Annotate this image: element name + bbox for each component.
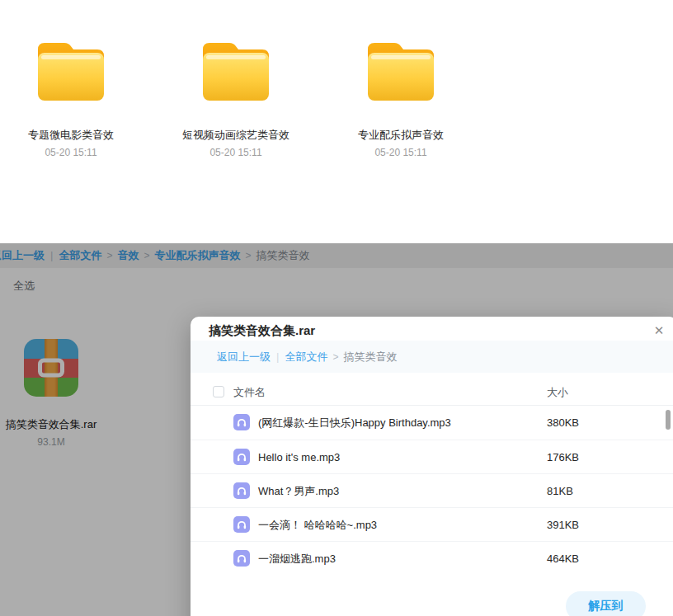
breadcrumb-pipe-separator: | — [276, 350, 279, 363]
audio-file-icon — [233, 516, 250, 533]
modal-breadcrumb: 返回上一级|全部文件>搞笑类音效 — [191, 341, 673, 373]
folder-icon — [196, 33, 275, 104]
file-row[interactable]: 一溜烟逃跑.mp3 464KB — [191, 541, 673, 575]
file-row[interactable]: Hello it's me.mp3 176KB — [191, 440, 673, 473]
modal-title: 搞笑类音效合集.rar — [209, 323, 315, 339]
folder-date: 05-20 15:11 — [334, 147, 468, 158]
folder-item[interactable]: 专业配乐拟声音效 05-20 15:11 — [334, 33, 468, 158]
file-size: 380KB — [547, 406, 579, 440]
modal-breadcrumb-current: 搞笑类音效 — [343, 350, 397, 363]
folder-date: 05-20 15:11 — [4, 147, 138, 158]
archive-preview-modal: 搞笑类音效合集.rar ✕ 返回上一级|全部文件>搞笑类音效 文件名 大小 (网… — [191, 317, 673, 616]
select-all-checkbox[interactable] — [213, 386, 224, 397]
column-header-filename: 文件名 — [233, 379, 266, 406]
file-table-header: 文件名 大小 — [191, 379, 673, 406]
modal-breadcrumb-link-all-files[interactable]: 全部文件 — [285, 350, 327, 363]
folder-name: 专业配乐拟声音效 — [334, 129, 468, 141]
file-name: Hello it's me.mp3 — [258, 440, 340, 474]
file-name: (网红爆款-生日快乐)Happy Birthday.mp3 — [258, 406, 451, 440]
modal-breadcrumb-back-link[interactable]: 返回上一级 — [217, 350, 271, 363]
folder-item[interactable]: 专题微电影类音效 05-20 15:11 — [4, 33, 138, 158]
file-name: 一溜烟逃跑.mp3 — [258, 542, 336, 576]
folder-icon — [361, 33, 440, 104]
audio-file-icon — [233, 482, 250, 499]
file-size: 391KB — [547, 508, 579, 542]
file-size: 176KB — [547, 440, 579, 474]
extract-to-button[interactable]: 解压到 — [566, 591, 646, 616]
scrollbar-thumb[interactable] — [666, 410, 671, 430]
column-header-size: 大小 — [547, 379, 568, 406]
breadcrumb-arrow-icon: > — [332, 351, 338, 363]
folder-name: 专题微电影类音效 — [4, 129, 138, 141]
file-row[interactable]: What？男声.mp3 81KB — [191, 473, 673, 507]
folder-icon — [31, 33, 111, 104]
file-row[interactable]: 一会滴！ 哈哈哈哈~.mp3 391KB — [191, 507, 673, 541]
audio-file-icon — [233, 414, 250, 430]
folder-item[interactable]: 短视频动画综艺类音效 05-20 15:11 — [169, 33, 303, 158]
folder-date: 05-20 15:11 — [169, 147, 303, 158]
file-name: 一会滴！ 哈哈哈哈~.mp3 — [258, 508, 377, 542]
folders-section: 专题微电影类音效 05-20 15:11 短视频动画综艺类音效 05-20 15… — [0, 0, 673, 243]
file-name: What？男声.mp3 — [258, 474, 339, 508]
file-list: (网红爆款-生日快乐)Happy Birthday.mp3 380KB Hell… — [191, 406, 673, 575]
close-icon[interactable]: ✕ — [651, 322, 667, 339]
file-size: 81KB — [547, 474, 573, 508]
folder-name: 短视频动画综艺类音效 — [169, 129, 303, 141]
audio-file-icon — [233, 550, 250, 567]
audio-file-icon — [233, 449, 250, 465]
file-row[interactable]: (网红爆款-生日快乐)Happy Birthday.mp3 380KB — [191, 406, 673, 440]
file-size: 464KB — [547, 542, 579, 576]
